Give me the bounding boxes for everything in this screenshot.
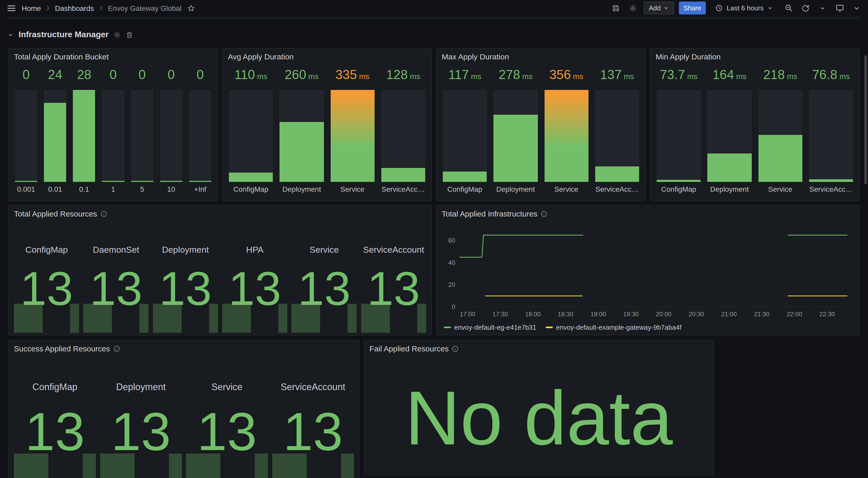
stat-cell-service: Service13	[186, 356, 268, 478]
add-button[interactable]: Add	[644, 2, 674, 14]
panel-avg-apply-duration: Avg Apply Duration 110msConfigMap260msDe…	[222, 48, 432, 201]
stat-value: 13	[361, 265, 426, 312]
row-collapse-chevron-icon[interactable]	[7, 31, 14, 38]
svg-text:19:00: 19:00	[591, 310, 606, 318]
gauge-value-unit: ms	[687, 72, 698, 81]
timeseries-plot: 020406017:0017:3018:0018:3019:0019:3020:…	[442, 223, 852, 319]
gauge-column-service: 335msService	[331, 67, 375, 197]
gauge-value-number: 0	[196, 67, 204, 82]
panel-title[interactable]: Fail Applied Resources	[364, 340, 714, 353]
gauge-value-number: 335	[336, 67, 357, 82]
gauge-column-5: 05	[131, 67, 153, 197]
gauge-column-1: 01	[102, 67, 124, 197]
gauge-value: 0	[160, 67, 182, 85]
gauge-value: 0	[189, 67, 211, 85]
gauge-fill	[102, 181, 124, 182]
scrollbar-thumb[interactable]	[864, 55, 867, 184]
bar-gauge: 117msConfigMap278msDeployment356msServic…	[443, 67, 639, 197]
panel-total-apply-duration-bucket: Total Apply Duration Bucket 00.001240.01…	[8, 48, 218, 201]
gauge-value-unit: ms	[308, 72, 318, 81]
row-delete-trash-icon[interactable]	[126, 31, 133, 38]
gauge-value: 128ms	[381, 67, 426, 85]
gauge-column-configmap: 110msConfigMap	[229, 67, 273, 197]
timeseries-chart: 020406017:0017:3018:0018:3019:0019:3020:…	[442, 223, 852, 319]
panel-title[interactable]: Max Apply Duration	[437, 49, 645, 61]
time-range-picker[interactable]: Last 6 hours	[711, 2, 778, 14]
stat-label: DaemonSet	[84, 245, 149, 255]
breadcrumb: Home Dashboards Envoy Gateway Global	[22, 2, 197, 14]
refresh-interval-dropdown[interactable]	[816, 2, 829, 14]
favorite-star-button[interactable]	[185, 2, 197, 14]
panel-title-text: Total Applied Resources	[14, 209, 97, 218]
refresh-icon	[801, 4, 810, 12]
gauge-value: 260ms	[280, 67, 324, 85]
panel-max-apply-duration: Max Apply Duration 117msConfigMap278msDe…	[436, 48, 646, 201]
floppy-save-icon	[612, 4, 620, 12]
menu-toggle-button[interactable]	[5, 2, 18, 14]
gauge-fill	[494, 115, 538, 182]
info-circle-icon[interactable]	[452, 345, 459, 352]
navbar-collapse-button[interactable]	[850, 2, 863, 14]
gauge-value: 28	[73, 67, 95, 85]
magnifier-minus-icon	[784, 4, 793, 12]
info-circle-icon[interactable]	[100, 210, 107, 217]
navbar-right: Add Share Last 6 hours	[610, 2, 863, 14]
chevron-down-icon	[853, 4, 860, 11]
gauge-category-label: 1	[102, 185, 124, 197]
gauge-category-label: ConfigMap	[229, 185, 273, 197]
refresh-button[interactable]	[799, 2, 812, 14]
stat-cell-serviceaccount: ServiceAccount13	[361, 221, 426, 333]
gauge-value-unit: ms	[257, 72, 268, 81]
stat-cell-hpa: HPA13	[222, 221, 287, 333]
panel-title[interactable]: Success Applied Resources	[9, 340, 359, 353]
hamburger-icon	[6, 3, 17, 13]
gauge-track	[494, 90, 538, 182]
gauge-track	[44, 90, 66, 182]
gauge-fill	[809, 179, 853, 182]
gauge-value-number: 73.7	[660, 67, 685, 82]
stat-cell-deployment: Deployment13	[100, 356, 182, 478]
legend-swatch	[546, 327, 553, 328]
gauge-track	[443, 90, 487, 182]
row-title[interactable]: Infrastructure Manager	[19, 30, 109, 39]
stat-cell-configmap: ConfigMap13	[14, 356, 96, 478]
stat-value: 13	[14, 405, 96, 458]
gauge-value: 137ms	[595, 67, 640, 85]
caret-down-icon	[767, 5, 773, 11]
zoom-out-button[interactable]	[782, 2, 795, 14]
legend-item-envoy-default-eg-e41e7b31[interactable]: envoy-default-eg-e41e7b31	[444, 324, 536, 331]
panel-title[interactable]: Avg Apply Duration	[223, 49, 431, 61]
gauge-fill	[595, 167, 640, 182]
info-circle-icon[interactable]	[540, 210, 548, 217]
gauge-value: 335ms	[331, 67, 375, 85]
panel-title[interactable]: Total Apply Duration Bucket	[9, 49, 218, 61]
panel-title[interactable]: Min Apply Duration	[650, 49, 859, 61]
dashboard-settings-button[interactable]	[626, 2, 639, 14]
gauge-value-number: 0	[138, 67, 146, 82]
gauge-fill	[280, 122, 324, 182]
panel-title[interactable]: Total Applied Infrastructures	[437, 206, 859, 218]
gauge-value: 0	[15, 67, 37, 85]
gauge-value-number: 0	[110, 67, 117, 82]
add-button-label: Add	[649, 4, 660, 12]
gauge-value: 164ms	[708, 67, 752, 85]
gauge-column-deployment: 278msDeployment	[494, 67, 538, 197]
info-circle-icon[interactable]	[113, 345, 120, 352]
share-button-label: Share	[684, 4, 702, 12]
gauge-value-number: 137	[600, 67, 622, 82]
stat-value: 13	[186, 405, 268, 458]
gauge-value-number: 218	[764, 67, 785, 82]
chevron-right-icon	[98, 5, 104, 11]
kiosk-mode-button[interactable]	[833, 2, 846, 14]
save-dashboard-button[interactable]	[610, 2, 622, 14]
gauge-category-label: Service	[544, 185, 588, 197]
breadcrumb-dashboards[interactable]: Dashboards	[55, 4, 94, 12]
breadcrumb-home[interactable]: Home	[22, 4, 41, 12]
gauge-category-label: ServiceAcc…	[595, 185, 640, 197]
gauge-track	[102, 90, 124, 182]
share-button[interactable]: Share	[679, 2, 706, 14]
panel-title[interactable]: Total Applied Resources	[9, 206, 431, 218]
svg-text:18:30: 18:30	[558, 310, 573, 318]
row-settings-gear-icon[interactable]	[114, 31, 121, 38]
legend-item-envoy-default-example-gateway-9b7aba4f[interactable]: envoy-default-example-gateway-9b7aba4f	[546, 324, 681, 331]
